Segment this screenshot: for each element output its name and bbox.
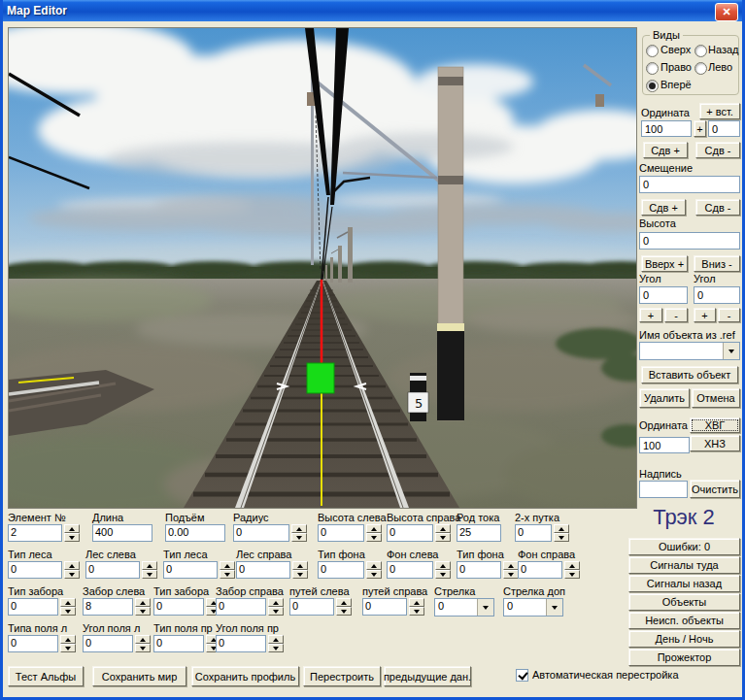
ordinate-shift-plus-button[interactable]: Сдв + [643, 142, 688, 158]
field-input[interactable]: 0 [8, 635, 58, 652]
field-input[interactable]: 0 [387, 561, 433, 579]
angle1-minus-button[interactable]: - [664, 308, 688, 322]
offset-input[interactable]: 0 [639, 176, 740, 193]
angle1-input[interactable]: 0 [639, 286, 688, 304]
spinner[interactable] [60, 635, 76, 652]
save-world-button[interactable]: Сохранить мир [92, 666, 186, 686]
switch-extra-combobox[interactable]: 0 [503, 598, 563, 617]
spinner[interactable] [142, 561, 157, 579]
field-input[interactable]: 0 [216, 598, 266, 616]
angle1-plus-button[interactable]: + [639, 308, 662, 322]
object-name-combobox[interactable] [639, 342, 740, 360]
ordinate-input[interactable]: 100 [641, 120, 692, 137]
rebuild-button[interactable]: Перестроить [303, 666, 381, 686]
spinner[interactable] [268, 598, 284, 616]
signals-forward-button[interactable]: Сигналы туда [628, 556, 740, 574]
chevron-down-icon[interactable] [723, 343, 739, 359]
spinner[interactable] [336, 598, 352, 616]
spinner[interactable] [64, 561, 80, 579]
objects-button[interactable]: Объекты [628, 593, 740, 611]
radio-view-top[interactable] [646, 45, 659, 57]
clear-button[interactable]: Очистить [690, 480, 740, 498]
spinner[interactable] [435, 524, 451, 542]
field-input[interactable]: 0 [515, 524, 552, 542]
3d-viewport[interactable]: 5 [8, 27, 637, 509]
field-input[interactable]: 25 [457, 524, 501, 542]
ordinate2-input[interactable]: 100 [639, 437, 690, 453]
spinner[interactable] [366, 561, 382, 579]
spinner[interactable] [503, 561, 519, 579]
caption-input[interactable] [639, 481, 688, 498]
day-night-button[interactable]: День / Ночь [628, 630, 740, 648]
chevron-down-icon[interactable] [546, 599, 562, 616]
field-input[interactable]: 0 [387, 524, 433, 542]
spinner[interactable] [435, 561, 451, 579]
spinner[interactable] [135, 598, 151, 616]
field-input[interactable]: 400 [92, 524, 152, 542]
field-input[interactable]: 0 [289, 598, 334, 616]
test-alpha-button[interactable]: Тест Альфы [8, 666, 84, 686]
angle2-input[interactable]: 0 [694, 286, 740, 304]
unused-objects-button[interactable]: Неисп. объекты [628, 612, 740, 629]
spinner[interactable] [220, 561, 235, 579]
spinner[interactable] [409, 598, 424, 616]
spinner[interactable] [564, 561, 580, 579]
field-input[interactable]: 0 [8, 561, 62, 579]
spinner[interactable] [291, 524, 307, 542]
delete-button[interactable]: Удалить [639, 388, 690, 408]
save-profile-button[interactable]: Сохранить профиль [191, 666, 299, 686]
radio-view-left[interactable] [694, 62, 707, 75]
field-input[interactable]: 0 [362, 598, 407, 616]
green-cursor-marker[interactable] [307, 363, 334, 393]
ordinate-shift-minus-button[interactable]: Сдв - [695, 142, 740, 158]
ordinate-plus-button[interactable]: + [694, 120, 706, 137]
field-input[interactable]: 0 [8, 598, 58, 616]
field-input[interactable]: 0 [518, 561, 562, 579]
close-icon[interactable]: ✕ [715, 3, 738, 21]
field-input[interactable]: 0 [236, 561, 290, 579]
xvg-button[interactable]: ХВГ [690, 417, 740, 433]
spinner[interactable] [64, 524, 80, 542]
auto-rebuild-checkbox[interactable] [516, 669, 528, 682]
field-input[interactable]: 0 [233, 524, 289, 542]
field-input[interactable]: 0 [457, 561, 501, 579]
chevron-down-icon[interactable] [477, 599, 493, 616]
radio-view-right[interactable] [646, 62, 659, 75]
field-input[interactable]: 0 [85, 561, 140, 579]
spinner[interactable] [366, 524, 382, 542]
offset-shift-minus-button[interactable]: Сдв - [695, 199, 740, 216]
angle2-minus-button[interactable]: - [718, 308, 740, 322]
field-input[interactable]: 0 [318, 561, 364, 579]
ordinate-delta-input[interactable]: 0 [708, 120, 740, 137]
spinner[interactable] [292, 561, 308, 579]
signals-back-button[interactable]: Сигналы назад [628, 575, 740, 592]
switch-combobox[interactable]: 0 [434, 598, 494, 617]
spinner[interactable] [60, 598, 76, 616]
field-input[interactable]: 8 [83, 598, 133, 616]
field-input[interactable]: 0 [153, 598, 204, 616]
insert-object-button[interactable]: Вставить объект [641, 366, 738, 383]
height-down-button[interactable]: Вниз - [694, 255, 740, 272]
cancel-button[interactable]: Отмена [692, 388, 740, 408]
radio-view-forward[interactable] [646, 80, 659, 92]
field-input[interactable]: 0 [153, 635, 204, 652]
spinner[interactable] [135, 635, 151, 652]
spinner[interactable] [268, 635, 284, 652]
offset-shift-plus-button[interactable]: Сдв + [641, 199, 686, 216]
height-up-button[interactable]: Вверх + [641, 255, 688, 272]
spotlight-button[interactable]: Прожектор [628, 649, 740, 666]
errors-button[interactable]: Ошибки: 0 [628, 538, 740, 555]
field-input[interactable]: 0 [318, 524, 364, 542]
height-input[interactable]: 0 [639, 232, 740, 250]
angle2-plus-button[interactable]: + [694, 308, 716, 322]
xnz-button[interactable]: ХНЗ [690, 435, 740, 451]
field-input[interactable]: 0 [163, 561, 218, 579]
previous-data-button[interactable]: предыдущие дан. [384, 666, 471, 686]
spinner[interactable] [554, 524, 569, 542]
insert-at-button[interactable]: + вст. [699, 103, 740, 119]
field-input[interactable]: 0.00 [165, 524, 225, 542]
field-input[interactable]: 0 [83, 635, 133, 652]
field-input[interactable]: 0 [216, 635, 266, 652]
field-input[interactable]: 2 [8, 524, 62, 542]
radio-view-back[interactable] [694, 45, 707, 57]
